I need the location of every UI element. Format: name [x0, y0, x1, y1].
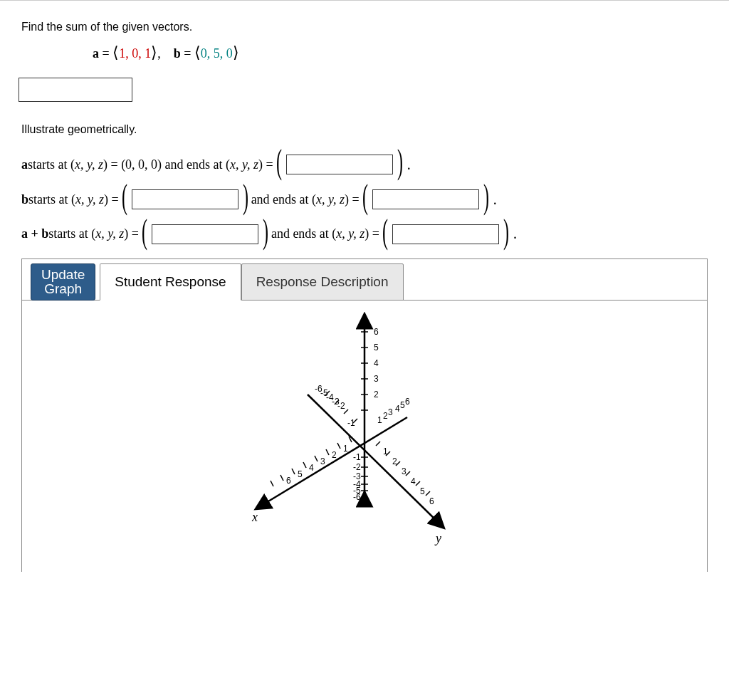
svg-text:4: 4	[411, 476, 416, 486]
svg-text:-6: -6	[353, 492, 361, 502]
graph-area: 6 5 4 3 2 -1 -2 -3 -4	[22, 301, 707, 563]
svg-text:4: 4	[309, 463, 314, 473]
svg-line-65	[271, 481, 273, 486]
svg-text:2: 2	[332, 450, 337, 460]
graph-panel: UpdateGraph Student Response Response De…	[21, 258, 708, 572]
svg-text:3: 3	[374, 374, 379, 384]
svg-text:4: 4	[395, 404, 400, 414]
svg-text:6: 6	[286, 476, 291, 486]
svg-line-36	[426, 491, 430, 496]
svg-text:6: 6	[405, 397, 410, 407]
svg-line-60	[326, 449, 329, 455]
svg-text:3: 3	[388, 407, 393, 417]
ab-vector-row: a + b starts at (x, y, z) = ( ) and ends…	[21, 224, 708, 245]
svg-text:3: 3	[320, 456, 325, 466]
vector-equation: a = ⟨1, 0, 1⟩, b = ⟨0, 5, 0⟩	[21, 43, 708, 62]
svg-text:4: 4	[374, 358, 379, 368]
prompt-text: Find the sum of the given vectors.	[21, 21, 708, 33]
x-axis-label: x	[251, 510, 258, 524]
tab-row: UpdateGraph Student Response Response De…	[22, 259, 707, 301]
b-end-input[interactable]	[372, 189, 479, 209]
svg-text:2: 2	[383, 411, 388, 421]
y-axis-label: y	[434, 531, 441, 545]
svg-line-62	[303, 462, 306, 468]
svg-line-2	[261, 417, 407, 506]
tab-response-description[interactable]: Response Description	[241, 263, 404, 301]
svg-text:5: 5	[298, 469, 303, 479]
svg-text:1: 1	[377, 415, 382, 425]
sum-answer-input[interactable]	[19, 78, 132, 102]
ab-start-input[interactable]	[152, 224, 258, 244]
svg-line-34	[406, 471, 410, 476]
update-graph-label: UpdateGraph	[41, 268, 85, 298]
svg-text:-1: -1	[347, 418, 355, 428]
vector-b-label: b	[174, 46, 181, 61]
svg-text:2: 2	[374, 390, 379, 399]
svg-line-35	[416, 481, 420, 486]
svg-text:3: 3	[402, 466, 407, 476]
svg-line-31	[376, 442, 380, 446]
svg-line-64	[280, 475, 283, 481]
svg-line-59	[337, 443, 340, 449]
axes-3d-icon: 6 5 4 3 2 -1 -2 -3 -4	[222, 306, 507, 563]
svg-text:5: 5	[400, 400, 405, 410]
svg-text:6: 6	[374, 327, 379, 337]
svg-line-63	[292, 469, 295, 474]
svg-line-1	[308, 395, 439, 523]
a-vector-row: a starts at (x, y, z) = (0, 0, 0) and en…	[21, 155, 708, 175]
svg-text:5: 5	[420, 486, 425, 496]
svg-text:-2: -2	[353, 462, 361, 472]
update-graph-button[interactable]: UpdateGraph	[31, 263, 95, 301]
svg-text:1: 1	[343, 444, 348, 454]
b-vector-row: b starts at (x, y, z) = ( ) and ends at …	[21, 189, 708, 210]
vector-a-label: a	[93, 46, 99, 61]
svg-text:-1: -1	[353, 452, 361, 462]
svg-line-61	[315, 456, 318, 461]
a-end-input[interactable]	[286, 155, 393, 174]
b-start-input[interactable]	[132, 189, 238, 209]
svg-text:5: 5	[374, 343, 379, 352]
svg-text:-2: -2	[337, 401, 345, 411]
illustrate-heading: Illustrate geometrically.	[21, 123, 708, 136]
tab-student-response[interactable]: Student Response	[100, 263, 241, 301]
svg-text:6: 6	[429, 496, 434, 506]
ab-end-input[interactable]	[392, 224, 499, 244]
